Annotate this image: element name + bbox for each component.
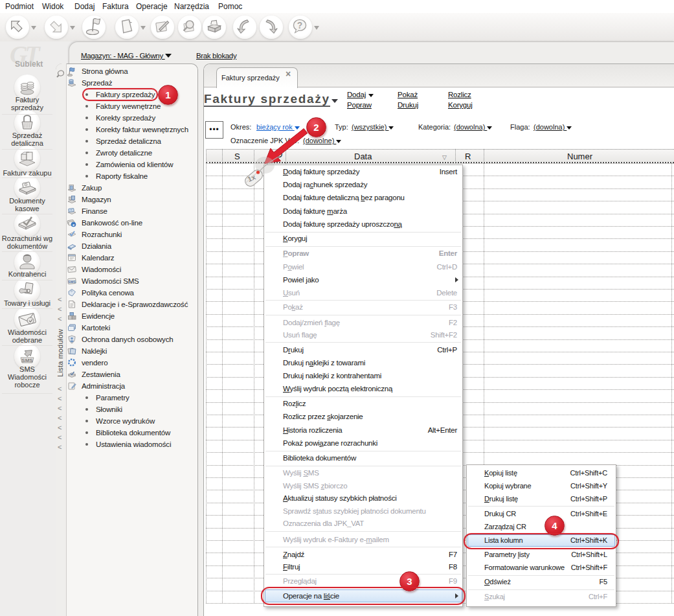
svg-text:e: e [73,222,74,227]
svg-text:SMS: SMS [68,280,76,284]
svg-text:?: ? [297,20,302,30]
svg-text:SMS: SMS [21,358,33,363]
